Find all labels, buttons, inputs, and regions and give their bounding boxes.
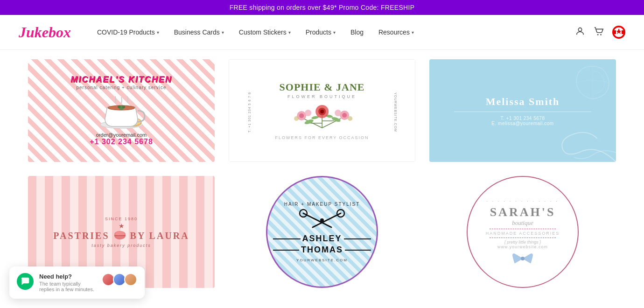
card4-tagline: tasty bakery products: [91, 243, 151, 248]
card-sophie-jane[interactable]: T: +1 301 234 5 6 7 8 YOURWEBSITE.COM SO…: [229, 59, 415, 162]
card4-star: ★: [119, 222, 125, 230]
chat-avatar-3: [124, 273, 137, 286]
svg-point-0: [578, 28, 581, 31]
card1-email: order@youremail.com: [96, 132, 147, 138]
card2-preview: T: +1 301 234 5 6 7 8 YOURWEBSITE.COM SO…: [229, 59, 415, 162]
nav-item-products[interactable]: Products ▾: [298, 15, 343, 50]
card6-pretty: { pretty little things }: [504, 240, 541, 245]
floral-illustration: [252, 100, 392, 133]
swirl-decoration: [560, 125, 616, 162]
svg-rect-5: [622, 30, 624, 34]
macaron-icon: [113, 231, 126, 241]
nav-item-covid[interactable]: COVID-19 Products ▾: [90, 15, 167, 50]
card5-thomas-row: THOMAS: [273, 245, 371, 255]
flag-canada-icon[interactable]: [612, 26, 625, 39]
cart-icon[interactable]: [594, 26, 604, 39]
scissors-icon: [299, 209, 345, 232]
svg-point-32: [294, 116, 299, 121]
bow-icon: [511, 252, 534, 265]
chevron-down-icon: ▾: [412, 30, 414, 35]
leaf-decoration: [574, 64, 611, 101]
announcement-bar: FREE shipping on orders over $49* Promo …: [0, 0, 644, 15]
card5-line-right: [344, 238, 371, 239]
card5-preview: HAIR + MAKEUP STYLIST: [229, 176, 415, 288]
cards-grid: MICHAEL'S KITCHEN personal catering + cu…: [28, 59, 616, 288]
chevron-down-icon: ▾: [333, 30, 336, 35]
card5-profession: HAIR + MAKEUP STYLIST: [284, 202, 360, 207]
svg-point-13: [122, 105, 125, 108]
card1-title: MICHAEL'S KITCHEN: [70, 75, 172, 84]
card-melissa-smith[interactable]: Melissa Smith T. +1 301 234 5678 E. meli…: [429, 59, 616, 162]
announcement-text: FREE shipping on orders over $49* Promo …: [230, 4, 415, 11]
svg-point-31: [335, 110, 341, 116]
chevron-down-icon: ▾: [288, 30, 291, 35]
chevron-down-icon: ▾: [222, 30, 224, 35]
svg-point-40: [320, 218, 324, 222]
chat-bubble-icon: [21, 277, 30, 286]
card4-title: PASTRIES BY LAURA: [53, 231, 189, 241]
card3-divider: [454, 112, 591, 112]
chat-subtitle: The team typically replies in a few minu…: [39, 281, 96, 292]
svg-point-2: [600, 34, 602, 35]
chat-title: Need help?: [39, 273, 96, 280]
nav-item-custom-stickers[interactable]: Custom Stickers ▾: [231, 15, 298, 50]
card6-tagline: handmade accessories: [486, 231, 560, 236]
soup-illustration: [96, 93, 147, 130]
chat-icon: [17, 273, 34, 290]
nav-icons: [575, 26, 625, 39]
chat-avatars: [102, 273, 137, 286]
card3-preview: Melissa Smith T. +1 301 234 5678 E. meli…: [429, 59, 616, 162]
nav-item-business-cards[interactable]: Business Cards ▾: [167, 15, 231, 50]
svg-point-1: [597, 34, 599, 35]
card3-email: E. melissa@youremail.com: [491, 121, 553, 126]
card1-phone: +1 302 234 5678: [90, 138, 153, 146]
svg-point-43: [521, 257, 525, 260]
card5-thomas: THOMAS: [301, 245, 343, 255]
nav-item-blog[interactable]: Blog: [343, 15, 371, 50]
card5-line-left: [273, 238, 301, 239]
svg-point-33: [348, 116, 352, 121]
card-michaels-kitchen[interactable]: MICHAEL'S KITCHEN personal catering + cu…: [28, 59, 215, 162]
card3-name: Melissa Smith: [486, 96, 560, 108]
card6-divider2: [490, 238, 556, 238]
card-ashley-thomas[interactable]: HAIR + MAKEUP STYLIST: [229, 176, 415, 288]
svg-point-25: [320, 110, 324, 113]
card6-divider: [490, 229, 556, 229]
card6-circle: · · · · · · · · · · · · · SARAH'S boutiq…: [467, 176, 579, 288]
card5-name-row: ASHLEY: [273, 234, 371, 244]
card6-website: www.yourwebsite.com: [497, 245, 548, 249]
card6-name: SARAH'S: [490, 205, 556, 219]
svg-point-30: [342, 113, 347, 118]
svg-point-28: [305, 110, 311, 116]
chevron-down-icon: ▾: [157, 30, 159, 35]
nav-item-resources[interactable]: Resources ▾: [371, 15, 421, 50]
card3-phone: T. +1 301 234 5678: [501, 116, 545, 121]
card2-title: SOPHIE & JANE: [280, 81, 365, 93]
card6-sub: boutique: [512, 219, 533, 227]
card1-subtitle: personal catering + culinary service: [76, 85, 166, 90]
card5-website: YOURWEBSITE.COM: [296, 258, 348, 262]
card2-content: SOPHIE & JANE FLOWER BOUTIQUE: [234, 64, 410, 157]
card6-dots-top: · · · · · · · · · · · · ·: [486, 199, 559, 203]
chat-widget[interactable]: Need help? The team typically replies in…: [9, 266, 145, 299]
card2-subtitle: FLOWER BOUTIQUE: [287, 94, 357, 99]
nav-links: COVID-19 Products ▾ Business Cards ▾ Cus…: [90, 15, 575, 50]
card5-name: ASHLEY: [302, 234, 342, 244]
user-icon[interactable]: [575, 26, 585, 39]
card1-preview: MICHAEL'S KITCHEN personal catering + cu…: [28, 59, 215, 162]
card4-since: SINCE 1980: [105, 217, 138, 221]
svg-point-27: [299, 113, 304, 118]
card6-preview: · · · · · · · · · · · · · SARAH'S boutiq…: [429, 176, 616, 288]
chat-text: Need help? The team typically replies in…: [39, 273, 96, 292]
svg-point-12: [118, 105, 120, 108]
logo[interactable]: Jukebox: [19, 24, 71, 41]
navigation: Jukebox COVID-19 Products ▾ Business Car…: [0, 15, 644, 50]
card5-circle: HAIR + MAKEUP STYLIST: [266, 176, 378, 288]
card2-tagline: FLOWERS FOR EVERY OCCASION: [275, 135, 369, 140]
svg-rect-4: [614, 30, 616, 34]
card-sarahs-boutique[interactable]: · · · · · · · · · · · · · SARAH'S boutiq…: [429, 176, 616, 288]
